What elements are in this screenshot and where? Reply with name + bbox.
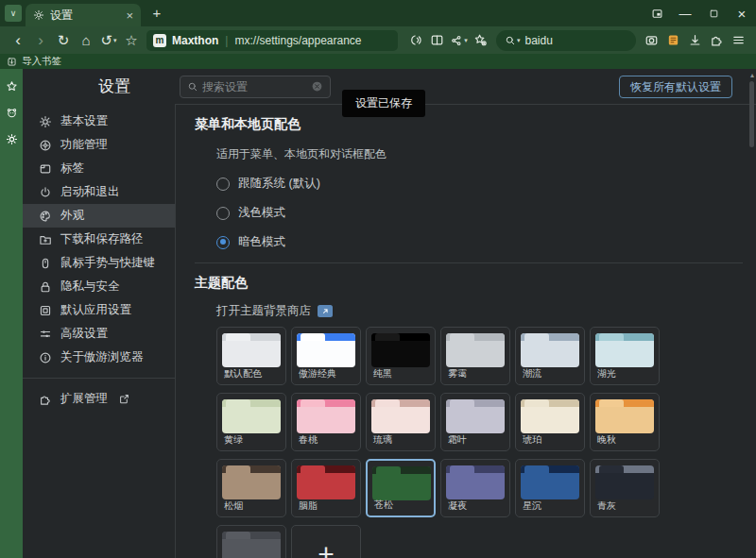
- sidebar-item-10[interactable]: 关于傲游浏览器: [23, 346, 175, 369]
- theme-swatch-3[interactable]: 雾霭: [440, 327, 510, 385]
- notes-icon: [666, 33, 680, 47]
- share-icon: [450, 34, 463, 47]
- theme-preview: [446, 465, 505, 499]
- sidebar-item-9[interactable]: 高级设置: [23, 322, 175, 346]
- theme-swatch-4[interactable]: 潮流: [515, 327, 585, 385]
- settings-strip-icon[interactable]: [6, 133, 18, 145]
- sidebar-divider: [23, 378, 175, 379]
- radio-icon[interactable]: [216, 236, 230, 249]
- forward-button[interactable]: ›: [29, 29, 52, 52]
- theme-swatch-17[interactable]: 青灰: [590, 459, 660, 517]
- restore-defaults-button[interactable]: 恢复所有默认设置: [619, 76, 732, 98]
- external-link-badge[interactable]: [318, 305, 333, 317]
- sidebar-item-0[interactable]: 基本设置: [23, 110, 175, 133]
- theme-swatch-12[interactable]: 松烟: [216, 459, 286, 517]
- theme-store-link[interactable]: 打开主题背景商店: [216, 303, 311, 319]
- theme-swatch-7[interactable]: 春桃: [291, 393, 361, 451]
- theme-swatch-2[interactable]: 纯黑: [366, 327, 436, 385]
- theme-swatch-6[interactable]: 黄绿: [216, 393, 286, 451]
- puzzle-icon: [39, 393, 52, 406]
- scroll-up-icon[interactable]: ▴: [750, 71, 754, 79]
- external-link-icon: [321, 307, 330, 315]
- theme-preview: [595, 465, 654, 499]
- toolbar-search-box[interactable]: ▾ baidu: [496, 30, 636, 51]
- theme-preview: [297, 465, 355, 499]
- close-window-button[interactable]: ×: [728, 0, 756, 26]
- lock-icon: [39, 280, 52, 294]
- extensions-button[interactable]: [706, 29, 728, 51]
- bookmark-page-button[interactable]: ☆: [120, 29, 143, 52]
- theme-swatch-1[interactable]: 傲游经典: [291, 327, 361, 385]
- tab-list-button[interactable]: ∨: [5, 5, 22, 22]
- maximize-button[interactable]: [699, 0, 728, 26]
- page-body: 基本设置功能管理标签启动和退出外观下载和保存路径鼠标手势与快捷键隐私与安全默认应…: [23, 104, 756, 558]
- sidebar-item-label: 功能管理: [60, 137, 108, 153]
- theme-swatch-10[interactable]: 琥珀: [515, 393, 585, 451]
- sidebar-item-label: 基本设置: [60, 113, 108, 129]
- theme-swatch-8[interactable]: 琉璃: [366, 393, 436, 451]
- search-icon: [187, 81, 198, 93]
- theme-swatch-0[interactable]: 默认配色: [216, 327, 286, 385]
- home-button[interactable]: ⌂: [75, 29, 97, 52]
- sidebar-item-4[interactable]: 外观: [23, 204, 175, 228]
- theme-swatch-18[interactable]: 暗夜: [216, 525, 286, 558]
- favorites-strip-icon[interactable]: [6, 80, 18, 93]
- theme-preview: [521, 333, 579, 367]
- color-mode-option-1[interactable]: 浅色模式: [216, 205, 743, 221]
- theme-swatch-16[interactable]: 星沉: [515, 459, 585, 517]
- color-mode-radio-group: 跟随系统 (默认)浅色模式暗色模式: [195, 176, 743, 250]
- screenshot-button[interactable]: [641, 29, 662, 51]
- assistant-panda-icon[interactable]: [6, 107, 18, 119]
- theme-swatch-14[interactable]: 苍松: [366, 459, 436, 517]
- clear-icon[interactable]: [311, 80, 323, 93]
- sidebar-item-6[interactable]: 鼠标手势与快捷键: [23, 251, 175, 275]
- sidebar-item-extensions[interactable]: 扩展管理: [23, 387, 175, 411]
- settings-search-input[interactable]: [202, 80, 307, 93]
- split-view-icon: [430, 33, 444, 47]
- main-menu-button[interactable]: [728, 29, 749, 51]
- home-icon: ⌂: [81, 32, 90, 48]
- theme-swatch-9[interactable]: 霜叶: [440, 393, 510, 451]
- split-view-button[interactable]: [426, 29, 448, 51]
- settings-search-box[interactable]: [180, 76, 331, 98]
- radio-label: 暗色模式: [238, 234, 285, 250]
- section-divider: [195, 262, 743, 263]
- sidebar-item-5[interactable]: 下载和保存路径: [23, 228, 175, 251]
- refresh-button[interactable]: ↻: [52, 29, 75, 52]
- address-bar[interactable]: m Maxthon | mx://settings/appearance: [146, 30, 398, 51]
- tab-settings[interactable]: 设置 ×: [26, 4, 141, 26]
- sidebar-item-8[interactable]: 默认应用设置: [23, 298, 175, 322]
- side-strip: [0, 69, 23, 558]
- theme-swatch-11[interactable]: 晚秋: [590, 393, 660, 451]
- sidebar-item-1[interactable]: 功能管理: [23, 133, 175, 157]
- add-custom-theme-button[interactable]: +: [291, 525, 361, 558]
- downloads-button[interactable]: [684, 29, 706, 51]
- minimize-button[interactable]: —: [671, 0, 699, 26]
- radio-icon[interactable]: [216, 178, 230, 191]
- sidebar-item-3[interactable]: 启动和退出: [23, 180, 175, 204]
- read-aloud-button[interactable]: [404, 29, 426, 51]
- import-bookmarks-label[interactable]: 导入书签: [22, 55, 61, 68]
- sidebar-item-7[interactable]: 隐私与安全: [23, 275, 175, 298]
- mouse-icon: [39, 257, 52, 270]
- section-title-themes: 主题配色: [195, 275, 743, 292]
- sidebar-item-2[interactable]: 标签: [23, 157, 175, 180]
- new-tab-button[interactable]: +: [147, 4, 166, 23]
- share-button[interactable]: ▾: [448, 29, 470, 51]
- color-mode-option-2[interactable]: 暗色模式: [216, 234, 743, 250]
- undo-closed-tab-button[interactable]: ↺▾: [97, 29, 120, 52]
- notes-button[interactable]: [662, 29, 684, 51]
- radio-icon[interactable]: [216, 207, 230, 220]
- back-button[interactable]: ‹: [7, 29, 29, 52]
- theme-name: 青灰: [597, 499, 616, 513]
- scrollbar-thumb[interactable]: [749, 81, 754, 147]
- color-mode-option-0[interactable]: 跟随系统 (默认): [216, 176, 743, 192]
- theme-swatch-5[interactable]: 湖光: [590, 327, 660, 385]
- boxed-window-button[interactable]: [643, 0, 671, 26]
- theme-swatch-13[interactable]: 胭脂: [291, 459, 361, 517]
- theme-swatch-15[interactable]: 凝夜: [440, 459, 510, 517]
- gear-icon: [33, 9, 44, 21]
- tab-close-icon[interactable]: ×: [126, 8, 133, 23]
- favorites-manager-button[interactable]: [470, 29, 491, 51]
- read-aloud-icon: [408, 33, 422, 47]
